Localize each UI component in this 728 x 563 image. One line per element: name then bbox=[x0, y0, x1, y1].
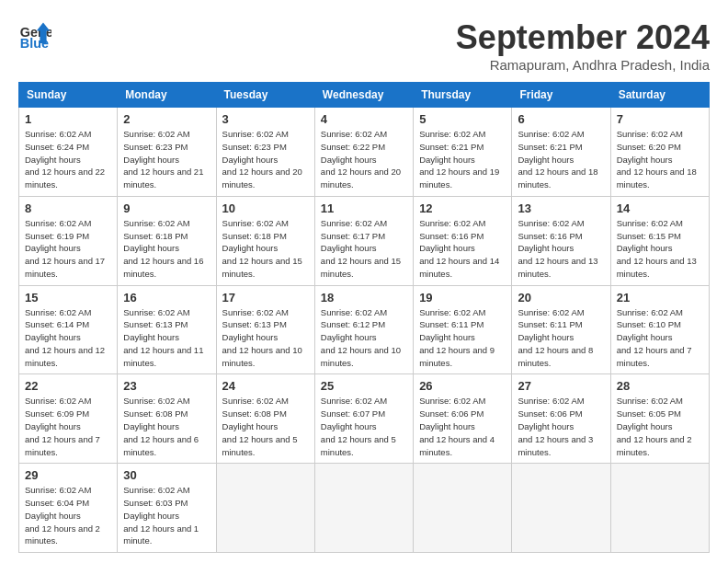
calendar-day: 2 Sunrise: 6:02 AM Sunset: 6:23 PM Dayli… bbox=[118, 108, 216, 197]
calendar-week-5: 29 Sunrise: 6:02 AM Sunset: 6:04 PM Dayl… bbox=[19, 464, 710, 553]
logo: General Blue bbox=[18, 18, 51, 52]
day-info: Sunrise: 6:02 AM Sunset: 6:05 PM Dayligh… bbox=[617, 395, 703, 458]
day-info: Sunrise: 6:02 AM Sunset: 6:13 PM Dayligh… bbox=[123, 306, 210, 370]
day-info: Sunrise: 6:02 AM Sunset: 6:06 PM Dayligh… bbox=[518, 395, 604, 458]
day-info: Sunrise: 6:02 AM Sunset: 6:08 PM Dayligh… bbox=[123, 395, 210, 458]
calendar-day: 4 Sunrise: 6:02 AM Sunset: 6:22 PM Dayli… bbox=[314, 108, 413, 197]
day-info: Sunrise: 6:02 AM Sunset: 6:09 PM Dayligh… bbox=[25, 395, 111, 458]
day-number: 17 bbox=[222, 291, 309, 304]
day-number: 24 bbox=[222, 379, 309, 393]
title-block: September 2024 Ramapuram, Andhra Pradesh… bbox=[456, 18, 710, 73]
calendar-day: 20 Sunrise: 6:02 AM Sunset: 6:11 PM Dayl… bbox=[512, 285, 610, 374]
calendar-day bbox=[610, 464, 709, 553]
day-info: Sunrise: 6:02 AM Sunset: 6:06 PM Dayligh… bbox=[419, 395, 506, 458]
month-title: September 2024 bbox=[456, 18, 710, 57]
day-info: Sunrise: 6:02 AM Sunset: 6:14 PM Dayligh… bbox=[25, 306, 111, 370]
day-number: 5 bbox=[419, 112, 506, 126]
day-info: Sunrise: 6:02 AM Sunset: 6:04 PM Dayligh… bbox=[25, 484, 111, 547]
day-number: 11 bbox=[321, 201, 407, 215]
calendar-day bbox=[512, 464, 610, 553]
day-info: Sunrise: 6:02 AM Sunset: 6:11 PM Dayligh… bbox=[419, 306, 506, 370]
day-number: 27 bbox=[518, 379, 604, 393]
weekday-header-saturday: Saturday bbox=[610, 83, 709, 108]
day-number: 8 bbox=[25, 201, 111, 215]
day-info: Sunrise: 6:02 AM Sunset: 6:08 PM Dayligh… bbox=[222, 395, 309, 458]
day-number: 12 bbox=[419, 201, 506, 215]
calendar-day: 18 Sunrise: 6:02 AM Sunset: 6:12 PM Dayl… bbox=[314, 285, 413, 374]
calendar-day: 23 Sunrise: 6:02 AM Sunset: 6:08 PM Dayl… bbox=[118, 374, 216, 464]
day-number: 10 bbox=[222, 201, 309, 215]
calendar-day: 22 Sunrise: 6:02 AM Sunset: 6:09 PM Dayl… bbox=[19, 374, 118, 464]
calendar-day: 21 Sunrise: 6:02 AM Sunset: 6:10 PM Dayl… bbox=[610, 285, 709, 374]
calendar-day: 8 Sunrise: 6:02 AM Sunset: 6:19 PM Dayli… bbox=[19, 196, 118, 285]
logo-icon: General Blue bbox=[18, 18, 51, 52]
calendar-day: 3 Sunrise: 6:02 AM Sunset: 6:23 PM Dayli… bbox=[216, 108, 314, 197]
day-info: Sunrise: 6:02 AM Sunset: 6:13 PM Dayligh… bbox=[222, 306, 309, 370]
location: Ramapuram, Andhra Pradesh, India bbox=[456, 57, 710, 73]
day-info: Sunrise: 6:02 AM Sunset: 6:22 PM Dayligh… bbox=[321, 128, 407, 191]
calendar-day: 24 Sunrise: 6:02 AM Sunset: 6:08 PM Dayl… bbox=[216, 374, 314, 464]
day-info: Sunrise: 6:02 AM Sunset: 6:20 PM Dayligh… bbox=[617, 128, 703, 191]
weekday-header-sunday: Sunday bbox=[19, 83, 118, 108]
page-header: General Blue September 2024 Ramapuram, A… bbox=[18, 18, 710, 73]
day-info: Sunrise: 6:02 AM Sunset: 6:23 PM Dayligh… bbox=[123, 128, 210, 191]
day-info: Sunrise: 6:02 AM Sunset: 6:24 PM Dayligh… bbox=[25, 128, 111, 191]
day-number: 15 bbox=[25, 291, 111, 304]
calendar-day: 14 Sunrise: 6:02 AM Sunset: 6:15 PM Dayl… bbox=[610, 196, 709, 285]
day-number: 3 bbox=[222, 112, 309, 126]
day-number: 19 bbox=[419, 291, 506, 304]
calendar-day: 12 Sunrise: 6:02 AM Sunset: 6:16 PM Dayl… bbox=[414, 196, 512, 285]
calendar-day: 27 Sunrise: 6:02 AM Sunset: 6:06 PM Dayl… bbox=[512, 374, 610, 464]
calendar-day: 25 Sunrise: 6:02 AM Sunset: 6:07 PM Dayl… bbox=[314, 374, 413, 464]
day-info: Sunrise: 6:02 AM Sunset: 6:21 PM Dayligh… bbox=[419, 128, 506, 191]
day-info: Sunrise: 6:02 AM Sunset: 6:12 PM Dayligh… bbox=[321, 306, 407, 370]
weekday-header-wednesday: Wednesday bbox=[314, 83, 413, 108]
calendar-day: 9 Sunrise: 6:02 AM Sunset: 6:18 PM Dayli… bbox=[118, 196, 216, 285]
calendar-day: 17 Sunrise: 6:02 AM Sunset: 6:13 PM Dayl… bbox=[216, 285, 314, 374]
day-number: 14 bbox=[617, 201, 703, 215]
day-info: Sunrise: 6:02 AM Sunset: 6:11 PM Dayligh… bbox=[518, 306, 604, 370]
calendar-day: 7 Sunrise: 6:02 AM Sunset: 6:20 PM Dayli… bbox=[610, 108, 709, 197]
day-info: Sunrise: 6:02 AM Sunset: 6:21 PM Dayligh… bbox=[518, 128, 604, 191]
calendar-week-2: 8 Sunrise: 6:02 AM Sunset: 6:19 PM Dayli… bbox=[19, 196, 710, 285]
day-info: Sunrise: 6:02 AM Sunset: 6:23 PM Dayligh… bbox=[222, 128, 309, 191]
day-info: Sunrise: 6:02 AM Sunset: 6:03 PM Dayligh… bbox=[123, 484, 210, 547]
calendar-day: 10 Sunrise: 6:02 AM Sunset: 6:18 PM Dayl… bbox=[216, 196, 314, 285]
day-number: 25 bbox=[321, 379, 407, 393]
day-number: 2 bbox=[123, 112, 210, 126]
calendar-day: 29 Sunrise: 6:02 AM Sunset: 6:04 PM Dayl… bbox=[19, 464, 118, 553]
weekday-header-tuesday: Tuesday bbox=[216, 83, 314, 108]
day-number: 9 bbox=[123, 201, 210, 215]
day-number: 18 bbox=[321, 291, 407, 304]
day-number: 20 bbox=[518, 291, 604, 304]
day-info: Sunrise: 6:02 AM Sunset: 6:16 PM Dayligh… bbox=[419, 217, 506, 281]
day-number: 1 bbox=[25, 112, 111, 126]
calendar-day: 19 Sunrise: 6:02 AM Sunset: 6:11 PM Dayl… bbox=[414, 285, 512, 374]
calendar-day bbox=[414, 464, 512, 553]
calendar-table: SundayMondayTuesdayWednesdayThursdayFrid… bbox=[18, 82, 710, 553]
calendar-day: 26 Sunrise: 6:02 AM Sunset: 6:06 PM Dayl… bbox=[414, 374, 512, 464]
calendar-day bbox=[314, 464, 413, 553]
calendar-week-1: 1 Sunrise: 6:02 AM Sunset: 6:24 PM Dayli… bbox=[19, 108, 710, 197]
calendar-day: 30 Sunrise: 6:02 AM Sunset: 6:03 PM Dayl… bbox=[118, 464, 216, 553]
day-info: Sunrise: 6:02 AM Sunset: 6:17 PM Dayligh… bbox=[321, 217, 407, 281]
weekday-header-monday: Monday bbox=[118, 83, 216, 108]
day-number: 13 bbox=[518, 201, 604, 215]
day-info: Sunrise: 6:02 AM Sunset: 6:07 PM Dayligh… bbox=[321, 395, 407, 458]
calendar-day: 1 Sunrise: 6:02 AM Sunset: 6:24 PM Dayli… bbox=[19, 108, 118, 197]
calendar-day: 15 Sunrise: 6:02 AM Sunset: 6:14 PM Dayl… bbox=[19, 285, 118, 374]
day-info: Sunrise: 6:02 AM Sunset: 6:18 PM Dayligh… bbox=[222, 217, 309, 281]
day-number: 6 bbox=[518, 112, 604, 126]
calendar-week-3: 15 Sunrise: 6:02 AM Sunset: 6:14 PM Dayl… bbox=[19, 285, 710, 374]
day-number: 28 bbox=[617, 379, 703, 393]
calendar-day: 11 Sunrise: 6:02 AM Sunset: 6:17 PM Dayl… bbox=[314, 196, 413, 285]
calendar-day: 16 Sunrise: 6:02 AM Sunset: 6:13 PM Dayl… bbox=[118, 285, 216, 374]
day-number: 30 bbox=[123, 468, 210, 482]
day-info: Sunrise: 6:02 AM Sunset: 6:10 PM Dayligh… bbox=[617, 306, 703, 370]
calendar-day bbox=[216, 464, 314, 553]
day-number: 23 bbox=[123, 379, 210, 393]
day-number: 29 bbox=[25, 468, 111, 482]
day-info: Sunrise: 6:02 AM Sunset: 6:19 PM Dayligh… bbox=[25, 217, 111, 281]
day-info: Sunrise: 6:02 AM Sunset: 6:15 PM Dayligh… bbox=[617, 217, 703, 281]
calendar-day: 6 Sunrise: 6:02 AM Sunset: 6:21 PM Dayli… bbox=[512, 108, 610, 197]
